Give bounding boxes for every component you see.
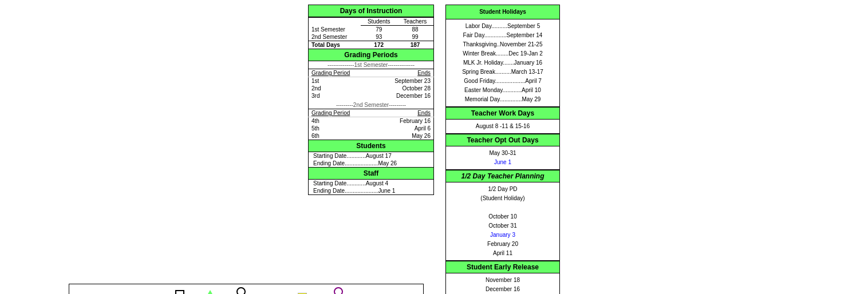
sem1-label: 1st Semester xyxy=(309,26,361,34)
teacher-work-days-dates: August 8 -11 & 15-16 xyxy=(445,120,560,134)
period-2nd: 2nd xyxy=(309,85,373,92)
holiday-good-friday: Good Friday...................April 7 xyxy=(451,77,555,86)
period-5th: 5th xyxy=(309,125,373,132)
students-starting: Starting Date............August 17 xyxy=(309,152,434,160)
teacher-opt-out-header: Teacher Opt Out Days xyxy=(445,134,560,146)
ends-1st: September 23 xyxy=(373,77,433,85)
holiday-memorial: Memorial Day..............May 29 xyxy=(451,95,555,104)
total-label: Total Days xyxy=(309,41,361,49)
period-6th: 6th xyxy=(309,132,373,140)
students-table: Starting Date............August 17 Endin… xyxy=(308,152,434,168)
legend-compliance: ComplianceTraining(If not completeddurin… xyxy=(318,287,359,294)
sem2-label: 2nd Semester xyxy=(309,33,361,41)
sem2-students: 93 xyxy=(361,33,397,41)
table-row: 6th May 26 xyxy=(309,132,434,140)
grading-periods-table: --------------1st Semester--------------… xyxy=(308,61,434,140)
legend-section: [ BeginGradingCycle ] End GradingCycle H… xyxy=(69,284,424,294)
half-day-date-3: January 3 xyxy=(451,231,555,240)
staff-starting: Starting Date............August 4 xyxy=(309,180,434,187)
period-3rd: 3rd xyxy=(309,92,373,100)
purple-circle-icon xyxy=(318,287,359,294)
days-instruction-table: Students Teachers 1st Semester 79 88 2nd… xyxy=(308,17,434,49)
table-row: 1st September 23 xyxy=(309,77,434,85)
holiday-easter: Easter Monday............April 10 xyxy=(451,86,555,95)
early-release-date-1: November 18 xyxy=(451,276,555,285)
students-header: Students xyxy=(308,140,434,152)
grading-periods-header: Grading Periods xyxy=(308,49,434,61)
period-col-header: Grading Period xyxy=(309,69,373,77)
total-teachers: 187 xyxy=(397,41,434,49)
ends-col-header: Ends xyxy=(373,69,433,77)
holiday-thanksgiving: Thanksgiving..November 21-25 xyxy=(451,40,555,49)
holiday-fair-day: Fair Day..............September 14 xyxy=(451,31,555,40)
holiday-mlk: MLK Jr. Holiday.......January 16 xyxy=(451,58,555,67)
holiday-spring-break: Spring Break..........March 13-17 xyxy=(451,67,555,77)
period-1st: 1st xyxy=(309,77,373,85)
half-day-date-5: April 11 xyxy=(451,249,555,258)
sem1-students: 79 xyxy=(361,26,397,34)
half-day-date-4: February 20 xyxy=(451,240,555,249)
student-holidays-header: Student Holidays xyxy=(445,5,560,19)
ends-2nd: October 28 xyxy=(373,85,433,92)
semester2-divider: ---------2nd Semester--------- xyxy=(309,100,434,109)
triangle-icon xyxy=(195,290,226,294)
staff-header: Staff xyxy=(308,168,434,180)
legend-teacher-planning: TeacherPlanning(StudentHoliday) xyxy=(195,290,226,294)
legend-staff-development: StaffDevelopmentPD(StudentHoliday) xyxy=(226,287,257,294)
teacher-work-days-header: Teacher Work Days xyxy=(445,107,560,120)
table-row: 4th February 16 xyxy=(309,117,434,125)
teachers-col-header: Teachers xyxy=(397,18,434,26)
ends-4th: February 16 xyxy=(373,117,433,125)
sem2-teachers: 99 xyxy=(397,33,434,41)
half-day-date-1: October 10 xyxy=(451,212,555,221)
half-day-subtitle2: (Student Holiday) xyxy=(451,194,555,203)
students-ending: Ending Date.....................May 26 xyxy=(309,160,434,168)
semester1-divider: --------------1st Semester-------------- xyxy=(309,61,434,69)
holiday-labor-day: Labor Day..........September 5 xyxy=(451,22,555,31)
table-row: 5th April 6 xyxy=(309,125,434,132)
ends-col-header-2: Ends xyxy=(373,109,433,117)
ends-5th: April 6 xyxy=(373,125,433,132)
square-outline-icon xyxy=(164,290,195,294)
opt-out-date-1: May 30-31 xyxy=(451,149,555,158)
student-early-release-dates: November 18 December 16 May 5 May 26 xyxy=(445,273,560,294)
table-row: 2nd October 28 xyxy=(309,85,434,92)
table-row: 3rd December 16 xyxy=(309,92,434,100)
circle-outline-icon xyxy=(226,287,257,294)
legend-workday-staff: Workday forStaff(StudentHoliday) xyxy=(164,290,195,294)
half-day-header: 1/2 Day Teacher Planning xyxy=(445,170,560,182)
days-instruction-header: Days of Instruction xyxy=(308,5,434,17)
staff-table: Starting Date............August 4 Ending… xyxy=(308,180,434,195)
teacher-opt-out-dates: May 30-31 June 1 xyxy=(445,146,560,170)
ends-3rd: December 16 xyxy=(373,92,433,100)
ends-6th: May 26 xyxy=(373,132,433,140)
early-release-date-2: December 16 xyxy=(451,285,555,294)
sem1-teachers: 88 xyxy=(397,26,434,34)
student-early-release-header: Student Early Release xyxy=(445,261,560,273)
student-holidays-list: Labor Day..........September 5 Fair Day.… xyxy=(445,19,560,107)
period-col-header-2: Grading Period xyxy=(309,109,373,117)
students-col-header: Students xyxy=(361,18,397,26)
legend-icons-container: [ BeginGradingCycle ] End GradingCycle H… xyxy=(72,287,420,294)
half-day-subtitle: 1/2 Day PD xyxy=(451,185,555,194)
total-students: 172 xyxy=(361,41,397,49)
opt-out-date-2: June 1 xyxy=(451,158,555,167)
half-day-date-2: October 31 xyxy=(451,221,555,231)
staff-ending: Ending Date.....................June 1 xyxy=(309,187,434,195)
period-4th: 4th xyxy=(309,117,373,125)
half-day-info: 1/2 Day PD (Student Holiday) October 10 … xyxy=(445,182,560,261)
holiday-winter-break: Winter Break........Dec 19-Jan 2 xyxy=(451,49,555,58)
